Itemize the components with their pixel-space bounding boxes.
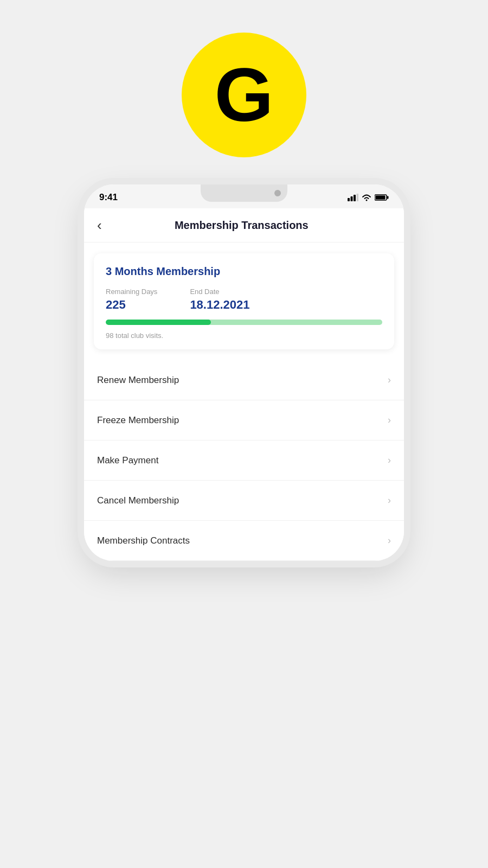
menu-item-payment[interactable]: Make Payment › (84, 441, 404, 481)
status-icons (348, 194, 389, 201)
menu-item-freeze[interactable]: Freeze Membership › (84, 400, 404, 441)
contracts-label: Membership Contracts (97, 535, 190, 546)
freeze-label: Freeze Membership (97, 415, 179, 426)
menu-list: Renew Membership › Freeze Membership › M… (84, 360, 404, 561)
logo-letter: G (215, 57, 274, 133)
cancel-label: Cancel Membership (97, 495, 179, 506)
end-date-block: End Date 18.12.2021 (190, 288, 249, 312)
svg-rect-6 (387, 196, 389, 199)
end-date-value: 18.12.2021 (190, 298, 249, 312)
progress-bar-fill (106, 320, 211, 325)
notch (201, 184, 287, 202)
remaining-days-value: 225 (106, 298, 157, 312)
page-title: Membership Transactions (108, 219, 375, 232)
notch-dot (274, 190, 281, 196)
svg-rect-1 (351, 196, 353, 201)
app-logo: G (182, 33, 306, 157)
remaining-days-label: Remaining Days (106, 288, 157, 296)
svg-point-4 (366, 200, 368, 201)
signal-icon (348, 194, 358, 201)
back-button[interactable]: ‹ (97, 218, 102, 232)
renew-label: Renew Membership (97, 375, 179, 386)
svg-rect-2 (354, 195, 356, 201)
svg-rect-0 (348, 198, 350, 201)
payment-label: Make Payment (97, 455, 158, 466)
menu-item-renew[interactable]: Renew Membership › (84, 360, 404, 400)
wifi-icon (361, 194, 372, 201)
remaining-days-block: Remaining Days 225 (106, 288, 157, 312)
membership-plan-title: 3 Months Membership (106, 265, 382, 278)
membership-card: 3 Months Membership Remaining Days 225 E… (94, 253, 394, 349)
club-visits-text: 98 total club visits. (106, 331, 382, 340)
status-bar: 9:41 (84, 184, 404, 208)
end-date-label: End Date (190, 288, 249, 296)
chevron-icon-freeze: › (388, 414, 391, 426)
chevron-icon-payment: › (388, 455, 391, 466)
menu-item-cancel[interactable]: Cancel Membership › (84, 481, 404, 521)
chevron-icon-contracts: › (388, 535, 391, 546)
membership-meta: Remaining Days 225 End Date 18.12.2021 (106, 288, 382, 312)
chevron-icon-renew: › (388, 374, 391, 386)
status-time: 9:41 (99, 192, 118, 203)
battery-icon (375, 194, 389, 201)
page-header: ‹ Membership Transactions (84, 208, 404, 242)
svg-rect-3 (357, 194, 359, 201)
progress-bar-container (106, 320, 382, 325)
menu-item-contracts[interactable]: Membership Contracts › (84, 521, 404, 561)
svg-rect-7 (376, 196, 386, 200)
chevron-icon-cancel: › (388, 495, 391, 506)
phone-frame: 9:41 (84, 184, 404, 561)
